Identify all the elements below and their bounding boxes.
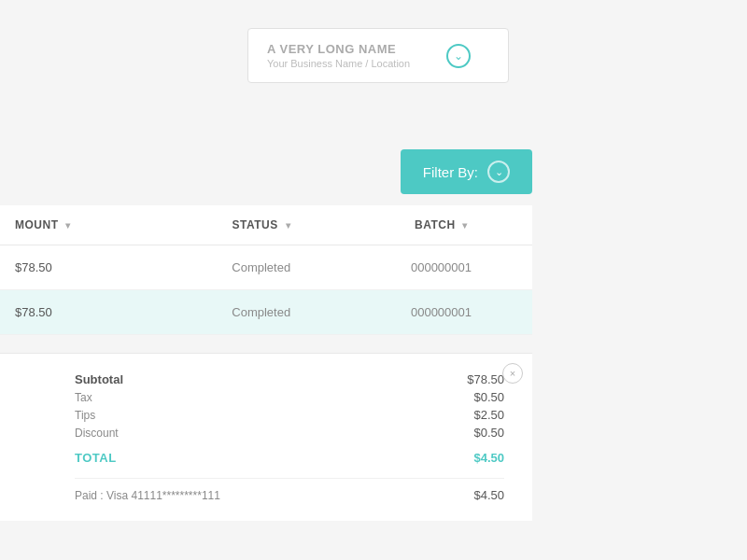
business-name: A VERY LONG NAME: [267, 42, 410, 56]
detail-rows: Subtotal $78.50 Tax $0.50 Tips $2.50 Dis…: [75, 372, 504, 502]
col-amount-sort-icon: ▾: [65, 220, 71, 231]
close-button[interactable]: ×: [502, 363, 523, 384]
business-subtitle: Your Business Name / Location: [267, 58, 410, 69]
transactions-table-container: MOUNT ▾ STATUS ▾ BATCH ▾ $78.50 Complete…: [0, 205, 532, 335]
tips-label: Tips: [75, 409, 95, 422]
row2-status: Completed: [172, 290, 350, 335]
col-amount-label: MOUNT: [15, 218, 59, 231]
row2-batch: 000000001: [350, 290, 532, 335]
col-batch[interactable]: BATCH ▾: [350, 205, 532, 245]
table-body: $78.50 Completed 000000001 $78.50 Comple…: [0, 245, 532, 335]
filter-button[interactable]: Filter By: ⌄: [401, 149, 532, 194]
subtotal-value: $78.50: [467, 372, 504, 386]
discount-value: $0.50: [473, 426, 504, 440]
tips-row: Tips $2.50: [75, 408, 504, 422]
total-label: TOTAL: [75, 451, 117, 465]
total-row: TOTAL $4.50: [75, 451, 504, 465]
business-dropdown-icon[interactable]: ⌄: [446, 44, 471, 68]
filter-bar: Filter By: ⌄: [401, 149, 532, 194]
paid-row: Paid : Visa 41111*********111 $4.50: [75, 478, 504, 502]
detail-panel: × Subtotal $78.50 Tax $0.50 Tips $2.50 D…: [0, 353, 532, 521]
tax-label: Tax: [75, 391, 92, 404]
table-header: MOUNT ▾ STATUS ▾ BATCH ▾: [0, 205, 532, 245]
table-row[interactable]: $78.50 Completed 000000001: [0, 245, 532, 290]
row1-amount: $78.50: [0, 245, 172, 290]
tax-value: $0.50: [473, 390, 504, 404]
subtotal-row: Subtotal $78.50: [75, 372, 504, 386]
col-batch-label: BATCH: [415, 218, 456, 231]
col-batch-sort-icon: ▾: [462, 220, 468, 231]
paid-value: $4.50: [473, 488, 504, 502]
col-status-sort-icon: ▾: [286, 220, 291, 231]
discount-label: Discount: [75, 427, 119, 440]
tax-row: Tax $0.50: [75, 390, 504, 404]
paid-label: Paid : Visa 41111*********111: [75, 489, 220, 502]
discount-row: Discount $0.50: [75, 426, 504, 440]
filter-label: Filter By:: [423, 164, 478, 180]
transactions-table: MOUNT ▾ STATUS ▾ BATCH ▾ $78.50 Complete…: [0, 205, 532, 335]
row2-amount: $78.50: [0, 290, 172, 335]
row1-batch: 000000001: [350, 245, 532, 290]
col-status-label: STATUS: [232, 218, 277, 231]
filter-chevron-icon: ⌄: [487, 161, 510, 183]
total-value: $4.50: [473, 451, 504, 465]
business-card-text: A VERY LONG NAME Your Business Name / Lo…: [267, 42, 410, 69]
tips-value: $2.50: [473, 408, 504, 422]
table-row[interactable]: $78.50 Completed 000000001: [0, 290, 532, 335]
row1-status: Completed: [172, 245, 350, 290]
col-status[interactable]: STATUS ▾: [172, 205, 350, 245]
col-amount[interactable]: MOUNT ▾: [0, 205, 172, 245]
subtotal-label: Subtotal: [75, 372, 123, 386]
close-icon: ×: [510, 368, 515, 379]
business-card[interactable]: A VERY LONG NAME Your Business Name / Lo…: [247, 28, 509, 83]
